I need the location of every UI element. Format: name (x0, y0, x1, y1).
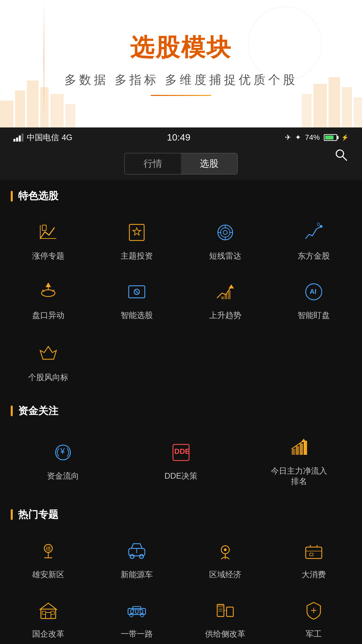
ev-icon (123, 538, 150, 565)
search-icon (334, 148, 349, 162)
smart-select-icon (123, 278, 150, 305)
battery-percent: 74% (305, 133, 320, 142)
item-consumption[interactable]: 大消费 (271, 530, 357, 586)
featured-grid: 涨停专题 主题投资 (0, 208, 362, 332)
item-market-move[interactable]: 盘口异动 (5, 270, 91, 327)
svg-text:D: D (317, 222, 320, 227)
svg-rect-9 (342, 87, 352, 127)
item-theme-invest[interactable]: 主题投资 (94, 211, 180, 268)
item-net-inflow[interactable]: 今日主力净流入 排名 (241, 426, 357, 493)
stock-indicator-icon (35, 340, 62, 367)
item-smart-watch[interactable]: AI 智能盯盘 (271, 270, 357, 327)
svg-text:AI: AI (310, 288, 316, 295)
nav-tabs-wrapper: 行情 选股 (0, 148, 362, 180)
svg-rect-12 (16, 138, 18, 142)
item-soe-reform[interactable]: 国企改革 (5, 589, 91, 644)
svg-point-79 (130, 613, 133, 617)
svg-text:雄: 雄 (45, 546, 51, 551)
item-regional[interactable]: 区域经济 (182, 530, 268, 586)
status-bar: 中国电信 4G 10:49 ✈ ✦ 74% ⚡ (0, 127, 362, 148)
svg-marker-54 (301, 439, 306, 442)
svg-point-60 (130, 554, 134, 558)
svg-rect-6 (302, 94, 312, 127)
location-icon: ✈ (285, 133, 291, 142)
section-bar-3 (11, 509, 13, 520)
search-button[interactable] (334, 148, 349, 165)
item-label-smart-watch: 智能盯盘 (298, 310, 330, 320)
svg-rect-50 (292, 449, 295, 455)
item-capital-flow[interactable]: ¥ 资金流向 (5, 426, 121, 493)
svg-marker-40 (229, 284, 234, 288)
supply-reform-icon (212, 597, 239, 624)
capital-flow-icon: ¥ (50, 439, 76, 466)
item-label-supply-reform: 供给侧改革 (205, 629, 245, 639)
short-radar-icon (212, 219, 239, 246)
item-label-uptrend: 上升趋势 (209, 310, 241, 320)
soe-reform-icon (35, 597, 62, 624)
item-label-theme-invest: 主题投资 (121, 251, 153, 261)
svg-point-29 (320, 225, 322, 228)
item-label-soe-reform: 国企改革 (32, 629, 64, 639)
section-bar-2 (11, 406, 13, 416)
item-military[interactable]: 军工 (271, 589, 357, 644)
svg-point-61 (139, 554, 143, 558)
svg-line-16 (343, 156, 347, 160)
regional-icon (212, 538, 239, 565)
svg-rect-5 (65, 104, 75, 127)
item-label-market-move: 盘口异动 (32, 310, 64, 320)
item-stock-indicator[interactable]: 个股风向标 (5, 332, 91, 389)
section-title-1: 特色选股 (18, 189, 58, 203)
svg-rect-72 (42, 611, 46, 614)
tab-stock-select[interactable]: 选股 (181, 153, 237, 174)
status-left: 中国电信 4G (13, 132, 72, 143)
item-label-dde: DDE决策 (165, 471, 198, 481)
signal-icon (13, 133, 24, 142)
svg-rect-83 (227, 607, 233, 616)
section-title-3: 热门专题 (18, 508, 58, 522)
item-east-gold[interactable]: D 东方金股 (271, 211, 357, 268)
promo-line (151, 95, 211, 96)
svg-point-64 (224, 548, 227, 551)
item-label-short-radar: 短线雷达 (209, 251, 241, 261)
item-label-east-gold: 东方金股 (298, 251, 330, 261)
promo-title: 选股模块 (130, 32, 232, 64)
promo-subtitle: 多数据 多指标 多维度捕捉优质个股 (64, 72, 298, 88)
svg-rect-75 (131, 610, 133, 613)
svg-text:¥: ¥ (60, 446, 65, 455)
bluetooth-icon: ✦ (295, 133, 301, 142)
item-ev[interactable]: 新能源车 (94, 530, 180, 586)
item-belt-road[interactable]: 一带一路 (94, 589, 180, 644)
svg-rect-67 (310, 553, 313, 556)
status-time: 10:49 (167, 132, 190, 143)
svg-rect-3 (40, 87, 49, 127)
svg-rect-65 (306, 547, 322, 558)
featured-grid-row2: 个股风向标 (0, 332, 362, 394)
carrier-label: 中国电信 (27, 132, 59, 143)
item-label-stock-indicator: 个股风向标 (28, 372, 68, 382)
section-bar-1 (11, 191, 13, 202)
item-label-xiongan: 雄安新区 (32, 569, 64, 580)
item-smart-select[interactable]: 智能选股 (94, 270, 180, 327)
tab-market[interactable]: 行情 (125, 153, 181, 174)
item-supply-reform[interactable]: 供给侧改革 (182, 589, 268, 644)
svg-rect-41 (221, 297, 224, 299)
phone-container: 中国电信 4G 10:49 ✈ ✦ 74% ⚡ 行情 选股 (0, 127, 362, 644)
section-hot: 热门专题 (0, 498, 362, 527)
item-label-belt-road: 一带一路 (121, 629, 153, 639)
dde-icon: DDE (168, 439, 194, 466)
belt-road-icon (123, 597, 150, 624)
item-uptrend[interactable]: 上升趋势 (182, 270, 268, 327)
item-short-radar[interactable]: 短线雷达 (182, 211, 268, 268)
item-dde[interactable]: DDE DDE决策 (123, 426, 239, 493)
svg-rect-7 (313, 84, 327, 127)
smart-watch-icon: AI (300, 278, 327, 305)
svg-point-23 (221, 228, 230, 237)
item-xiongan[interactable]: 雄 雄安新区 (5, 530, 91, 586)
svg-rect-0 (0, 101, 13, 127)
item-label-capital-flow: 资金流向 (47, 471, 79, 481)
item-label-consumption: 大消费 (302, 569, 326, 580)
promo-area: 选股模块 多数据 多指标 多维度捕捉优质个股 (0, 0, 362, 127)
svg-rect-43 (228, 290, 231, 299)
item-limit-up[interactable]: 涨停专题 (5, 211, 91, 268)
item-label-net-inflow: 今日主力净流入 排名 (271, 466, 327, 486)
